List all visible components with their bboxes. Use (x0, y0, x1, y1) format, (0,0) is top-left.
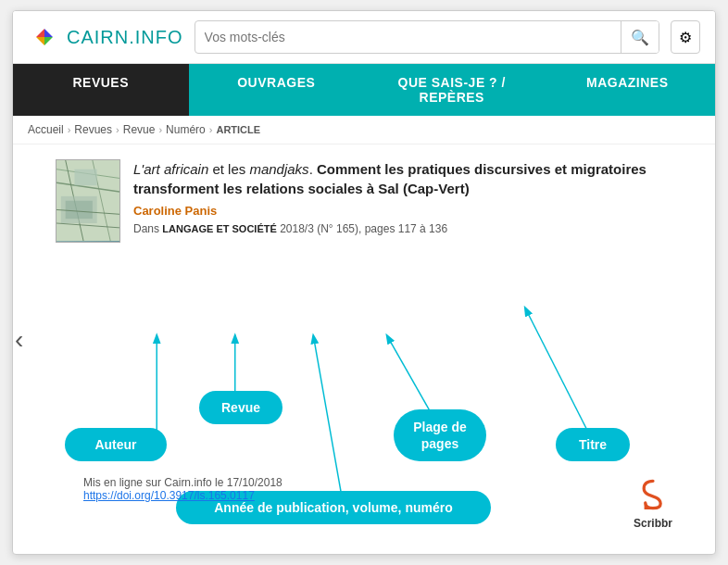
search-button[interactable]: 🔍 (621, 21, 659, 53)
book-cover (56, 159, 120, 243)
svg-marker-2 (36, 37, 44, 45)
settings-button[interactable]: ⚙ (671, 20, 700, 54)
scribbr-logo: Scribbr (634, 478, 672, 530)
svg-line-16 (387, 335, 433, 417)
svg-line-18 (313, 335, 341, 492)
breadcrumb-sep-3: › (158, 124, 162, 135)
search-bar: 🔍 (195, 20, 659, 54)
logo-text: CAIRN.INFO (67, 27, 183, 48)
breadcrumb-sep-2: › (116, 124, 119, 135)
bubble-auteur[interactable]: Auteur (65, 428, 167, 461)
nav-item-qsj[interactable]: Que sais-je ? / Repères (364, 64, 540, 116)
breadcrumb-numero[interactable]: Numéro (166, 123, 206, 136)
nav-item-ouvrages[interactable]: Ouvrages (189, 64, 365, 116)
breadcrumb: Accueil › Revues › Revue › Numéro › Arti… (13, 116, 715, 144)
article-pages: , pages 117 à 136 (358, 222, 447, 235)
article-title: L'art africain et les mandjaks. Comment … (133, 159, 700, 198)
nav-item-revues[interactable]: Revues (13, 64, 189, 116)
main-window: CAIRN.INFO 🔍 ⚙ Revues Ouvrages Que sais-… (12, 10, 716, 555)
breadcrumb-sep-4: › (209, 124, 213, 135)
search-icon: 🔍 (631, 29, 649, 46)
breadcrumb-accueil[interactable]: Accueil (28, 123, 64, 136)
header: CAIRN.INFO 🔍 ⚙ (13, 11, 715, 64)
svg-marker-1 (44, 29, 53, 37)
article-year-vol: 2018/3 (N° 165) (280, 222, 358, 235)
main-content: ‹ L'art africain et (13, 144, 715, 554)
svg-rect-10 (66, 201, 93, 219)
scribbr-icon (636, 478, 670, 511)
bubble-titre[interactable]: Titre (556, 428, 630, 461)
svg-marker-3 (44, 37, 53, 45)
nav-item-magazines[interactable]: Magazines (540, 64, 716, 116)
nav-bar: Revues Ouvrages Que sais-je ? / Repères … (13, 64, 715, 116)
bubble-plage[interactable]: Plage depages (394, 409, 486, 461)
back-arrow-button[interactable]: ‹ (15, 325, 23, 355)
svg-line-17 (525, 308, 590, 435)
scribbr-label: Scribbr (634, 517, 672, 530)
article-author[interactable]: Caroline Panis (133, 204, 700, 218)
breadcrumb-revue[interactable]: Revue (123, 123, 156, 136)
diagram: Auteur Revue Plage depages Titre Année d… (28, 252, 700, 539)
logo: CAIRN.INFO (28, 20, 183, 54)
breadcrumb-article: Article (216, 124, 260, 135)
breadcrumb-sep-1: › (68, 124, 71, 135)
breadcrumb-revues[interactable]: Revues (74, 123, 112, 136)
online-info: Mis en ligne sur Cairn.info le 17/10/201… (83, 476, 282, 502)
article-header: L'art africain et les mandjaks. Comment … (56, 159, 700, 243)
bubble-revue[interactable]: Revue (199, 391, 282, 424)
online-date: Mis en ligne sur Cairn.info le 17/10/201… (83, 476, 282, 489)
svg-marker-0 (36, 29, 44, 37)
article-info: L'art africain et les mandjaks. Comment … (133, 159, 700, 243)
svg-rect-13 (74, 170, 96, 185)
book-cover-art (56, 160, 119, 241)
doi-link[interactable]: https://doi.org/10.3917/ls.165.0117 (83, 489, 255, 502)
journal-name[interactable]: Langage et Société (162, 223, 276, 234)
article-meta: Dans Langage et Société 2018/3 (N° 165),… (133, 222, 700, 235)
logo-diamond-icon (28, 20, 61, 54)
settings-icon: ⚙ (679, 29, 692, 46)
search-input[interactable] (195, 30, 621, 44)
